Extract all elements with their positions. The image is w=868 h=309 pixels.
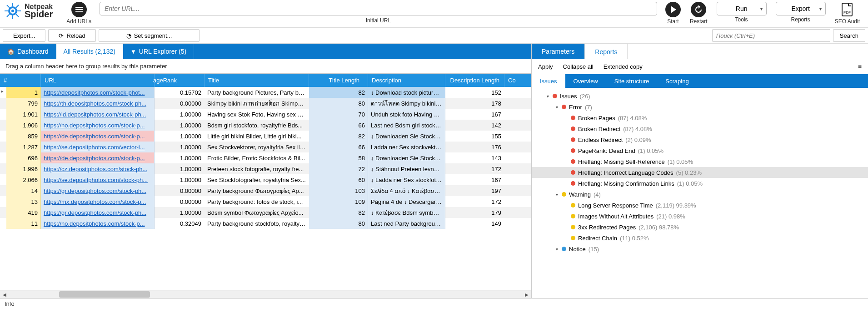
horizontal-scrollbar[interactable]: ◀ ▶	[0, 290, 531, 298]
seo-audit-button[interactable]: PDF	[839, 2, 855, 17]
tree-item[interactable]: Images Without Alt Attributes (21) 0.98%	[532, 211, 868, 222]
run-dropdown[interactable]: Run	[717, 2, 767, 15]
table-row[interactable]: 1,996https://cz.depositphotos.com/stock-…	[0, 163, 531, 174]
tree-count: (1) 0.05%	[638, 147, 663, 154]
table-row[interactable]: 1,901https://id.depositphotos.com/stock-…	[0, 109, 531, 120]
tree-item[interactable]: Hreflang: Missing Self-Reference (1) 0.0…	[532, 156, 868, 167]
subtab-overview[interactable]: Overview	[565, 74, 606, 88]
tree-item[interactable]: ▾Notice (15)	[532, 243, 868, 254]
status-dot-icon	[571, 137, 575, 142]
tree-label: 3xx Redirected Pages	[578, 224, 636, 231]
subtab-site-structure[interactable]: Site structure	[606, 74, 658, 88]
caret-icon: ▾	[554, 105, 559, 110]
table-row[interactable]: 696https://de.depositphotos.com/stock-p.…	[0, 152, 531, 163]
hamburger-icon[interactable]: ≡	[858, 63, 862, 70]
cell-title-length: 80	[309, 218, 368, 229]
table-row[interactable]: 11https://no.depositphotos.com/stock-p..…	[0, 218, 531, 229]
tree-item[interactable]: Broken Redirect (87) 4.08%	[532, 123, 868, 134]
col-co[interactable]: Со	[504, 74, 531, 87]
cell-url[interactable]: https://id.depositphotos.com/stock-ph...	[41, 109, 155, 120]
issues-tree[interactable]: ▾Issues (26)▾Error (7)Broken Pages (87) …	[532, 88, 868, 298]
subtab-issues[interactable]: Issues	[532, 74, 565, 88]
cell-url[interactable]: https://gr.depositphotos.com/stock-ph...	[41, 185, 155, 196]
svg-rect-5	[75, 11, 83, 12]
tree-item[interactable]: Hreflang: Missing Confirmation Links (1)…	[532, 178, 868, 189]
scroll-right-icon[interactable]: ▶	[523, 291, 530, 298]
cell-url[interactable]: https://th.depositphotos.com/stock-ph...	[41, 98, 155, 109]
cell-title: Party background stockfoto, royaltyf...	[205, 218, 309, 229]
tree-count: (7)	[585, 104, 592, 111]
tree-item[interactable]: Long Server Response Time (2,119) 99.39%	[532, 200, 868, 211]
col-title[interactable]: Title	[205, 74, 309, 87]
collapse-all-button[interactable]: Collapse all	[563, 63, 594, 70]
restart-button[interactable]	[691, 2, 706, 17]
tree-item[interactable]: ▾Warning (4)	[532, 189, 868, 200]
cell-title: Sex Stockfotografier, royaltyfria Sex...	[205, 174, 309, 185]
tree-item[interactable]: ▾Error (7)	[532, 101, 868, 112]
right-tab-reports[interactable]: Reports	[584, 44, 628, 59]
grid-body[interactable]: 1https://depositphotos.com/stock-phot...…	[0, 87, 531, 290]
right-tab-parameters[interactable]: Parameters	[532, 44, 584, 59]
set-segment-button[interactable]: ◔Set segment...	[99, 29, 200, 42]
col-url[interactable]: URL	[41, 74, 155, 87]
tree-label: Broken Pages	[578, 115, 615, 122]
table-row[interactable]: 1,906https://no.depositphotos.com/stock-…	[0, 120, 531, 131]
cell-url[interactable]: https://cz.depositphotos.com/stock-ph...	[41, 163, 155, 174]
tree-item[interactable]: Broken Pages (87) 4.08%	[532, 112, 868, 123]
tree-item[interactable]: Hreflang: Incorrect Language Codes (5) 0…	[532, 167, 868, 178]
tree-item[interactable]: 3xx Redirected Pages (2,106) 98.78%	[532, 222, 868, 233]
cell-url[interactable]: https://mx.depositphotos.com/stock-p...	[41, 196, 155, 207]
cell-url[interactable]: https://gr.depositphotos.com/stock-ph...	[41, 207, 155, 218]
search-button[interactable]: Search	[833, 29, 865, 42]
status-dot-icon	[571, 203, 575, 208]
cell-url[interactable]: https://no.depositphotos.com/stock-p...	[41, 120, 155, 131]
initial-url-input[interactable]	[100, 2, 657, 15]
col-description[interactable]: Description	[368, 74, 445, 87]
cell-url[interactable]: https://depositphotos.com/stock-phot...	[41, 87, 155, 98]
export-dropdown[interactable]: Export	[776, 2, 826, 15]
search-input[interactable]	[712, 29, 830, 42]
table-row[interactable]: 13https://mx.depositphotos.com/stock-p..…	[0, 196, 531, 207]
tab-url-explorer[interactable]: ▼URL Explorer (5)	[123, 44, 194, 59]
table-row[interactable]: 14https://gr.depositphotos.com/stock-ph.…	[0, 185, 531, 196]
cell-description-length: 176	[445, 142, 504, 152]
group-by-hint[interactable]: Drag a column header here to group resul…	[0, 59, 531, 73]
cell-pagerank: 1.00000	[155, 207, 205, 218]
cell-index: 1,906	[6, 120, 41, 131]
tree-label: Images Without Alt Attributes	[578, 213, 653, 220]
tree-label: Notice	[569, 246, 586, 253]
reload-button[interactable]: ⟳Reload	[48, 29, 95, 42]
cell-url[interactable]: https://no.depositphotos.com/stock-p...	[41, 218, 155, 229]
cell-url[interactable]: https://se.depositphotos.com/stock-ph...	[41, 174, 155, 185]
table-row[interactable]: 1https://depositphotos.com/stock-phot...…	[0, 87, 531, 98]
col-pagerank[interactable]: ageRank	[155, 74, 205, 87]
cell-url[interactable]: https://se.depositphotos.com/vector-i...	[41, 142, 155, 152]
cell-url[interactable]: https://de.depositphotos.com/stock-p...	[41, 152, 155, 163]
scroll-left-icon[interactable]: ◀	[1, 291, 8, 298]
subtab-scraping[interactable]: Scraping	[657, 74, 697, 88]
cell-description: Σελίδα 4 από ↓ Κατέβασε P...	[368, 185, 445, 196]
col-title-length[interactable]: Title Length	[309, 74, 368, 87]
start-button[interactable]	[665, 2, 681, 17]
table-row[interactable]: 419https://gr.depositphotos.com/stock-ph…	[0, 207, 531, 218]
add-urls-button[interactable]	[71, 2, 87, 17]
table-row[interactable]: 859https://de.depositphotos.com/stock-p.…	[0, 131, 531, 142]
export-button[interactable]: Export...	[3, 29, 45, 42]
cell-title-length: 82	[309, 207, 368, 218]
cell-url[interactable]: https://de.depositphotos.com/stock-p...	[41, 131, 155, 142]
tree-item[interactable]: PageRank: Dead End (1) 0.05%	[532, 145, 868, 156]
tab-all-results[interactable]: All Results (2,132)	[56, 44, 123, 59]
col-description-length[interactable]: Description Length	[445, 74, 504, 87]
tree-item[interactable]: ▾Issues (26)	[532, 91, 868, 101]
tree-item[interactable]: Endless Redirect (2) 0.09%	[532, 134, 868, 145]
apply-button[interactable]: Apply	[538, 63, 553, 70]
start-label: Start	[667, 18, 678, 25]
tree-item[interactable]: Redirect Chain (11) 0.52%	[532, 233, 868, 243]
extended-copy-button[interactable]: Extended copy	[604, 63, 643, 70]
scroll-thumb[interactable]	[59, 291, 150, 298]
table-row[interactable]: 1,287https://se.depositphotos.com/vector…	[0, 142, 531, 152]
tab-dashboard[interactable]: 🏠Dashboard	[0, 44, 56, 59]
col-index[interactable]: #	[0, 74, 41, 87]
table-row[interactable]: 799https://th.depositphotos.com/stock-ph…	[0, 98, 531, 109]
table-row[interactable]: 2,066https://se.depositphotos.com/stock-…	[0, 174, 531, 185]
